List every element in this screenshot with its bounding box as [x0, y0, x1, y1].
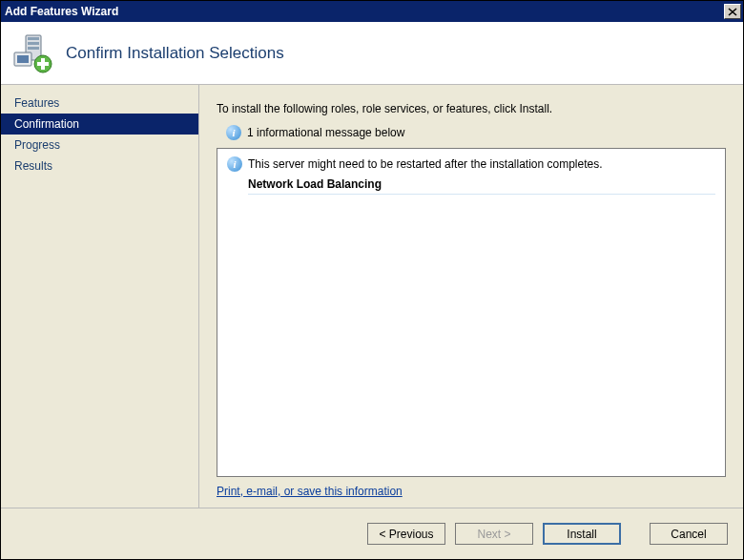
wizard-icon — [12, 33, 52, 73]
info-icon: i — [226, 125, 241, 140]
window-title: Add Features Wizard — [5, 5, 118, 18]
wizard-window: Add Features Wizard Confirm Installation… — [0, 0, 744, 560]
info-icon: i — [227, 156, 242, 172]
step-confirmation[interactable]: Confirmation — [1, 114, 198, 135]
next-button: Next > — [455, 523, 533, 545]
wizard-header: Confirm Installation Selections — [1, 22, 743, 85]
step-progress[interactable]: Progress — [1, 135, 198, 156]
export-link[interactable]: Print, e-mail, or save this information — [217, 485, 403, 498]
content-area: To install the following roles, role ser… — [199, 85, 743, 508]
restart-warning-row: i This server might need to be restarted… — [227, 156, 715, 172]
export-link-row: Print, e-mail, or save this information — [217, 485, 726, 498]
wizard-body: Features Confirmation Progress Results T… — [1, 85, 743, 508]
svg-rect-2 — [28, 42, 39, 45]
svg-rect-1 — [28, 37, 39, 40]
svg-rect-3 — [28, 47, 39, 50]
instruction-text: To install the following roles, role ser… — [217, 102, 726, 115]
titlebar: Add Features Wizard — [1, 1, 743, 22]
wizard-footer: < Previous Next > Install Cancel — [1, 508, 743, 559]
page-title: Confirm Installation Selections — [66, 44, 284, 63]
info-message-count: i 1 informational message below — [226, 125, 726, 140]
step-results[interactable]: Results — [1, 156, 198, 176]
details-box: i This server might need to be restarted… — [217, 148, 726, 477]
restart-warning-text: This server might need to be restarted a… — [248, 157, 603, 171]
feature-divider — [248, 194, 715, 195]
svg-rect-5 — [17, 55, 29, 63]
cancel-button[interactable]: Cancel — [650, 523, 728, 545]
info-count-text: 1 informational message below — [247, 126, 404, 139]
svg-rect-8 — [37, 62, 49, 66]
feature-item: Network Load Balancing — [248, 177, 715, 193]
previous-button[interactable]: < Previous — [367, 523, 445, 545]
install-button[interactable]: Install — [543, 523, 621, 545]
steps-sidebar: Features Confirmation Progress Results — [1, 85, 199, 508]
step-features[interactable]: Features — [1, 93, 198, 114]
close-button[interactable] — [724, 4, 741, 19]
close-icon — [728, 8, 737, 16]
